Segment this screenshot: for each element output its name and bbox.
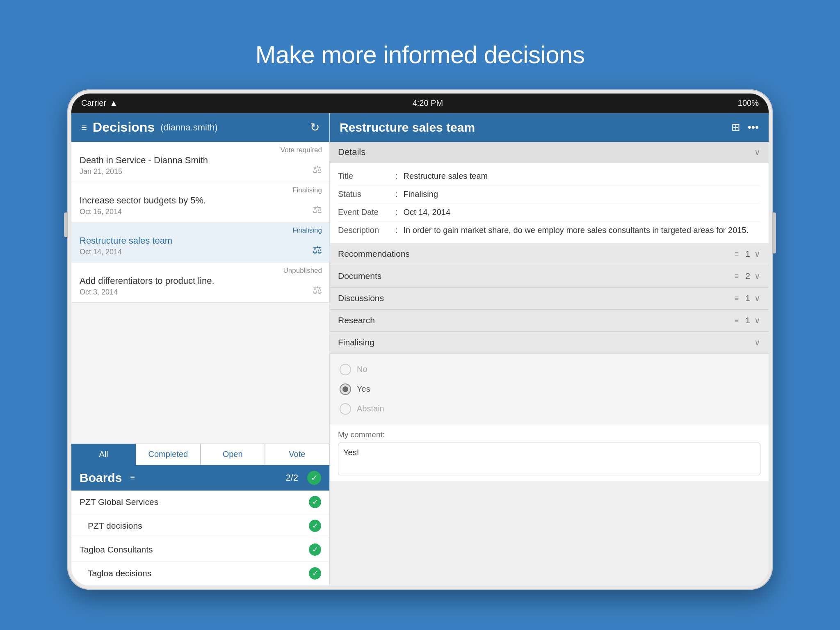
- discussions-row[interactable]: Discussions ≡ 1 ∨: [330, 288, 769, 310]
- filter-tab-completed[interactable]: Completed: [136, 444, 200, 465]
- vote-options: No Yes Abstain: [330, 354, 769, 425]
- filter-tab-open[interactable]: Open: [201, 444, 265, 465]
- filter-tab-all[interactable]: All: [71, 444, 136, 465]
- comment-box[interactable]: Yes!: [338, 443, 760, 475]
- right-header-icons: ⊞ •••: [731, 121, 759, 134]
- vote-label-abstain: Abstain: [357, 404, 384, 413]
- board-check-icon: ✓: [309, 496, 321, 508]
- decision-date: Oct 16, 2014: [80, 208, 321, 216]
- detail-row-description: Description : In order to gain market sh…: [338, 221, 760, 239]
- vote-label-no: No: [357, 365, 368, 374]
- board-name: PZT decisions: [88, 521, 309, 531]
- board-item-indented[interactable]: PZT decisions ✓: [71, 514, 329, 538]
- board-item[interactable]: PZT Global Services ✓: [71, 491, 329, 514]
- decision-gavel-icon: ⚖: [313, 163, 322, 176]
- decision-date: Oct 14, 2014: [80, 248, 321, 256]
- decision-title-link: Restructure sales team: [80, 235, 321, 246]
- board-name: Tagloa Consultants: [80, 545, 309, 555]
- boards-count: 2/2: [285, 472, 298, 483]
- status-left: Carrier ▲: [81, 98, 118, 108]
- volume-button-left: [64, 212, 67, 237]
- discussions-chevron-icon: ∨: [754, 293, 760, 303]
- decision-gavel-icon-blue: ⚖: [313, 244, 322, 256]
- detail-colon: :: [395, 171, 398, 181]
- ipad-frame: Carrier ▲ 4:20 PM 100% ≡ Decisions (dian…: [67, 89, 773, 590]
- board-item-indented[interactable]: Tagloa decisions ✓: [71, 562, 329, 586]
- radio-abstain[interactable]: [340, 403, 351, 415]
- research-count: 1: [745, 315, 750, 325]
- battery-indicator: 100%: [738, 98, 759, 108]
- finalising-chevron-icon: ∨: [754, 338, 760, 347]
- research-menu-icon: ≡: [735, 316, 739, 325]
- vote-option-abstain[interactable]: Abstain: [340, 399, 759, 419]
- board-item[interactable]: Tagloa Consultants ✓: [71, 538, 329, 562]
- right-header: Restructure sales team ⊞ •••: [330, 113, 769, 142]
- app-content: ≡ Decisions (dianna.smith) ↻ Vote requir…: [71, 113, 769, 586]
- documents-title: Documents: [338, 271, 735, 281]
- left-header-title: ≡ Decisions (dianna.smith): [81, 120, 218, 135]
- details-section-header[interactable]: Details ∨: [330, 142, 769, 163]
- decision-item[interactable]: Vote required Death in Service - Dianna …: [71, 142, 329, 182]
- decisions-title: Decisions: [93, 120, 155, 135]
- recommendations-title: Recommendations: [338, 249, 735, 259]
- radio-yes[interactable]: [340, 383, 351, 395]
- carrier-label: Carrier: [81, 98, 106, 108]
- page-headline: Make more informed decisions: [255, 41, 584, 69]
- decision-gavel-icon: ⚖: [313, 203, 322, 216]
- decision-gavel-icon: ⚖: [313, 284, 322, 297]
- decision-status-label: Finalising: [292, 186, 322, 194]
- recommendations-count: 1: [745, 249, 750, 259]
- decision-status-label-blue: Finalising: [292, 226, 322, 235]
- detail-label-description: Description: [338, 226, 395, 235]
- details-section-title: Details: [338, 147, 754, 158]
- status-bar: Carrier ▲ 4:20 PM 100%: [71, 94, 769, 113]
- discussions-menu-icon: ≡: [735, 294, 739, 303]
- research-row[interactable]: Research ≡ 1 ∨: [330, 310, 769, 332]
- documents-row[interactable]: Documents ≡ 2 ∨: [330, 265, 769, 288]
- research-chevron-icon: ∨: [754, 315, 760, 325]
- board-check-icon: ✓: [309, 567, 321, 580]
- more-options-icon[interactable]: •••: [748, 121, 759, 134]
- wifi-icon: ▲: [110, 98, 118, 108]
- recommendations-row[interactable]: Recommendations ≡ 1 ∨: [330, 243, 769, 265]
- decision-status-label: Unpublished: [283, 267, 322, 275]
- decision-list: Vote required Death in Service - Dianna …: [71, 142, 329, 443]
- vote-option-yes[interactable]: Yes: [340, 379, 759, 399]
- recommendations-chevron-icon: ∨: [754, 249, 760, 259]
- detail-row-status: Status : Finalising: [338, 185, 760, 203]
- right-content: Details ∨ Title : Restructure sales team…: [330, 142, 769, 586]
- layout-icon[interactable]: ⊞: [731, 121, 740, 134]
- vote-option-no[interactable]: No: [340, 360, 759, 379]
- detail-colon: :: [395, 226, 398, 235]
- user-subtitle: (dianna.smith): [160, 122, 217, 133]
- ipad-screen: Carrier ▲ 4:20 PM 100% ≡ Decisions (dian…: [71, 94, 769, 586]
- detail-label-title: Title: [338, 171, 395, 181]
- decision-item-active[interactable]: Finalising Restructure sales team Oct 14…: [71, 222, 329, 262]
- finalising-title: Finalising: [338, 338, 754, 347]
- decision-item[interactable]: Finalising Increase sector budgets by 5%…: [71, 182, 329, 222]
- details-table: Title : Restructure sales team Status : …: [330, 163, 769, 243]
- boards-section: Boards ≡ 2/2 ✓ PZT Global Services ✓ PZT…: [71, 465, 329, 586]
- documents-count: 2: [745, 271, 750, 281]
- radio-yes-fill: [342, 386, 348, 392]
- documents-chevron-icon: ∨: [754, 271, 760, 281]
- radio-no[interactable]: [340, 364, 351, 375]
- documents-menu-icon: ≡: [735, 272, 739, 281]
- left-panel: ≡ Decisions (dianna.smith) ↻ Vote requir…: [71, 113, 330, 586]
- filter-tab-vote[interactable]: Vote: [265, 444, 329, 465]
- detail-value-title: Restructure sales team: [404, 171, 760, 181]
- finalising-header[interactable]: Finalising ∨: [330, 332, 769, 354]
- vote-label-yes: Yes: [357, 384, 370, 394]
- decision-date: Jan 21, 2015: [80, 167, 321, 176]
- discussions-count: 1: [745, 293, 750, 303]
- detail-label-event-date: Event Date: [338, 208, 395, 217]
- recommendations-menu-icon: ≡: [735, 250, 739, 258]
- boards-all-check-icon: ✓: [307, 471, 321, 485]
- hamburger-icon[interactable]: ≡: [81, 122, 87, 133]
- power-button-right: [773, 212, 776, 253]
- board-name: PZT Global Services: [80, 497, 309, 507]
- detail-label-status: Status: [338, 189, 395, 199]
- refresh-icon[interactable]: ↻: [310, 121, 320, 134]
- detail-row-title: Title : Restructure sales team: [338, 167, 760, 185]
- decision-item[interactable]: Unpublished Add differentiators to produ…: [71, 262, 329, 303]
